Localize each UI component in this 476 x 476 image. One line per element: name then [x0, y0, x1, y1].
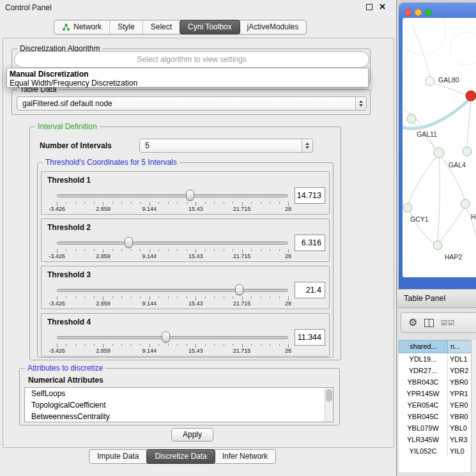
- table-panel-header[interactable]: Table Panel: [397, 289, 476, 308]
- slider-track[interactable]: [57, 336, 288, 339]
- columns-icon[interactable]: [424, 319, 434, 327]
- table-row[interactable]: YPR145WYPR1: [399, 388, 476, 399]
- cell-shared-name[interactable]: YDR27...: [399, 365, 448, 376]
- tab-select[interactable]: Select: [143, 20, 180, 34]
- list-item[interactable]: BetweennessCentrality: [25, 411, 333, 422]
- table-row[interactable]: YDL19...YDL1: [399, 353, 476, 365]
- cell-shared-name[interactable]: YBR045C: [399, 411, 448, 422]
- cell-shared-name[interactable]: YPR145W: [399, 388, 448, 399]
- network-node[interactable]: [450, 32, 476, 65]
- network-edge[interactable]: [412, 24, 430, 77]
- slider-track[interactable]: [57, 242, 288, 245]
- minimize-traffic-light-icon[interactable]: [415, 9, 422, 16]
- table-row[interactable]: YBR045CYBR0: [399, 411, 476, 422]
- table-row[interactable]: YBL079WYBL0: [399, 422, 476, 434]
- close-traffic-light-icon[interactable]: [404, 9, 411, 16]
- tab-impute-data[interactable]: Impute Data: [89, 450, 147, 463]
- network-node[interactable]: [403, 203, 412, 212]
- close-icon[interactable]: ✕: [379, 3, 386, 11]
- network-edge[interactable]: [403, 100, 469, 128]
- network-edge[interactable]: [467, 101, 471, 147]
- threshold-2-slider[interactable]: [57, 237, 288, 249]
- network-node[interactable]: [426, 77, 434, 86]
- network-node[interactable]: [463, 147, 472, 156]
- cell-shared-name[interactable]: YBL079W: [399, 422, 448, 434]
- threshold-3-slider[interactable]: [57, 284, 288, 296]
- table-row[interactable]: YIL052CYIL0: [399, 445, 476, 457]
- network-node[interactable]: [433, 241, 442, 250]
- cell-shared-name[interactable]: YLR345W: [399, 434, 448, 445]
- table-row[interactable]: YER054CYER0: [399, 399, 476, 411]
- table-data-combobox[interactable]: galFiltered.sif default node: [17, 96, 367, 111]
- table-row[interactable]: YDR27...YDR2: [399, 365, 476, 376]
- combobox-stepper-icon[interactable]: [355, 97, 366, 110]
- threshold-1-slider[interactable]: [57, 190, 288, 201]
- tab-cyni-toolbox[interactable]: Cyni Toolbox: [180, 20, 240, 35]
- network-edge[interactable]: [440, 208, 464, 242]
- number-of-intervals-value: 5: [145, 139, 300, 152]
- table-scrollbar[interactable]: [471, 340, 476, 472]
- slider-track[interactable]: [57, 289, 288, 292]
- zoom-traffic-light-icon[interactable]: [425, 9, 432, 16]
- slider-handle[interactable]: [125, 237, 133, 248]
- tab-label: Impute Data: [97, 450, 139, 463]
- slider-handle[interactable]: [186, 190, 194, 201]
- network-node[interactable]: [403, 18, 446, 55]
- combobox-stepper-icon[interactable]: [302, 139, 312, 152]
- network-node[interactable]: [466, 91, 476, 101]
- threshold-2-value-field[interactable]: 6.316: [295, 234, 325, 251]
- threshold-4-slider[interactable]: [57, 332, 288, 343]
- network-node[interactable]: [407, 114, 416, 123]
- threshold-1-value-field[interactable]: 14.713: [295, 187, 325, 204]
- list-item[interactable]: SelfLoops: [25, 388, 333, 399]
- gear-icon[interactable]: ⚙: [408, 318, 417, 328]
- network-node[interactable]: [461, 199, 470, 208]
- node-label: GAL11: [417, 130, 437, 138]
- tab-jactivemodules[interactable]: jActiveModules: [240, 20, 307, 34]
- threshold-2-panel: Threshold 2 -3.4262.8599.14415.4321.7152…: [41, 219, 330, 262]
- control-panel: Control Panel ✕ NetworkStyleSelectCyni T…: [0, 0, 397, 476]
- slider-tick-labels: -3.4262.8599.14415.4321.71528: [57, 253, 288, 260]
- threshold-4-value-field[interactable]: 11.344: [295, 329, 325, 346]
- network-view-window[interactable]: GAL80GAL11GAL4GCY1HHAP2: [399, 3, 476, 289]
- window-controls: [404, 9, 432, 16]
- table-row[interactable]: YBR043CYBR0: [399, 376, 476, 388]
- tab-label: Cyni Toolbox: [188, 20, 231, 35]
- network-node[interactable]: [434, 148, 444, 158]
- number-of-intervals-combobox[interactable]: 5: [139, 139, 313, 153]
- list-item[interactable]: TopologicalCoefficient: [25, 399, 333, 411]
- table-rows: YDL19...YDL1YDR27...YDR2YBR043CYBR0YPR14…: [399, 353, 476, 472]
- float-window-icon[interactable]: [366, 4, 372, 10]
- bottom-tab-bar: Impute DataDiscretize DataInfer Network: [89, 449, 276, 464]
- slider-handle[interactable]: [162, 332, 170, 342]
- tab-network[interactable]: Network: [54, 20, 110, 34]
- threshold-4-panel: Threshold 4 -3.4262.8599.14415.4321.7152…: [41, 313, 330, 357]
- node-label: GAL4: [449, 161, 466, 169]
- numerical-attributes-list[interactable]: SelfLoopsTopologicalCoefficientBetweenne…: [24, 387, 334, 422]
- top-tab-bar: NetworkStyleSelectCyni ToolboxjActiveMod…: [54, 20, 307, 35]
- algorithm-option-equal-width-frequency-discretization[interactable]: Equal Width/Frequency Discretization: [7, 79, 368, 88]
- panel-title: Control Panel: [5, 0, 52, 15]
- network-canvas[interactable]: GAL80GAL11GAL4GCY1HHAP2: [403, 18, 476, 277]
- table-row[interactable]: YLR345WYLR3: [399, 434, 476, 445]
- cell-shared-name[interactable]: YDL19...: [399, 353, 448, 365]
- algorithm-combobox[interactable]: Select algorithm to view settings: [14, 51, 369, 68]
- list-scrollbar[interactable]: [325, 388, 333, 422]
- tab-style[interactable]: Style: [110, 20, 143, 34]
- slider-tick-labels: -3.4262.8599.14415.4321.71528: [57, 348, 288, 355]
- network-edge[interactable]: [409, 157, 436, 203]
- network-edge[interactable]: [438, 158, 440, 241]
- slider-track[interactable]: [57, 194, 288, 197]
- cell-shared-name[interactable]: YBR043C: [399, 376, 448, 388]
- threshold-3-value-field[interactable]: 21.4: [295, 282, 325, 298]
- cell-shared-name[interactable]: YIL052C: [399, 445, 448, 457]
- list-scrollbar-thumb[interactable]: [326, 389, 332, 402]
- cell-shared-name[interactable]: YER054C: [399, 399, 448, 411]
- apply-button[interactable]: Apply: [171, 428, 213, 441]
- column-header-shared-name[interactable]: shared...: [399, 340, 448, 353]
- select-columns-icon[interactable]: ☑☑: [441, 319, 455, 327]
- tab-discretize-data[interactable]: Discretize Data: [146, 449, 215, 464]
- algorithm-option-manual-discretization[interactable]: Manual Discretization: [7, 70, 368, 79]
- tab-infer-network[interactable]: Infer Network: [215, 450, 275, 463]
- slider-handle[interactable]: [235, 284, 243, 295]
